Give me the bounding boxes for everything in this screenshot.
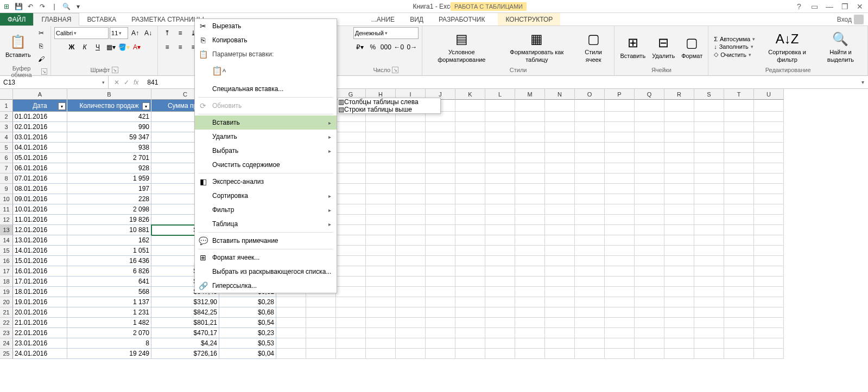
decrease-decimal-icon[interactable]: 0→	[406, 41, 418, 53]
cell[interactable]	[276, 349, 306, 359]
cell[interactable]	[605, 112, 635, 122]
cell[interactable]	[455, 235, 485, 246]
cell[interactable]	[664, 277, 694, 287]
cell[interactable]	[664, 349, 694, 359]
cell[interactable]	[336, 266, 366, 277]
cell[interactable]	[426, 215, 455, 225]
cell[interactable]	[694, 122, 724, 132]
cell[interactable]	[605, 246, 635, 256]
cell[interactable]	[635, 153, 664, 163]
insert-cells-button[interactable]: ⊞Вставить	[618, 33, 648, 61]
cell[interactable]	[694, 256, 724, 266]
filter-icon[interactable]: ▾	[142, 102, 150, 110]
expand-formula-icon[interactable]: ▾	[857, 76, 868, 88]
cell[interactable]: $4,24	[151, 338, 219, 349]
cell[interactable]: 03.01.2016	[13, 132, 67, 143]
cell[interactable]	[426, 256, 455, 266]
minimize-icon[interactable]: —	[825, 2, 834, 11]
cell[interactable]	[485, 204, 515, 215]
cell[interactable]	[635, 246, 664, 256]
cell[interactable]	[575, 100, 605, 112]
cell[interactable]	[366, 349, 396, 359]
cell[interactable]	[396, 143, 426, 153]
cell[interactable]	[455, 256, 485, 266]
cell[interactable]	[396, 338, 426, 349]
cell[interactable]	[545, 328, 575, 338]
tab-truncated[interactable]: ...АНИЕ	[364, 13, 402, 25]
cell[interactable]	[426, 132, 455, 143]
cell[interactable]: 16 436	[67, 256, 151, 266]
cell[interactable]: 16.01.2016	[13, 266, 67, 277]
cell[interactable]	[605, 132, 635, 143]
cell[interactable]	[754, 287, 784, 297]
ctx-format[interactable]: ⊞Формат ячеек...	[195, 250, 337, 265]
font-dlg-icon[interactable]: ↘	[112, 67, 118, 73]
cell[interactable]	[664, 112, 694, 122]
cell[interactable]	[754, 328, 784, 338]
qat-more-icon[interactable]: ▾	[74, 2, 83, 11]
cell[interactable]	[455, 318, 485, 328]
autosum-button[interactable]: ΣАвтосумма▾	[712, 36, 757, 42]
col-header-Q[interactable]: Q	[635, 89, 664, 100]
close-icon[interactable]: ✕	[855, 2, 865, 11]
align-left-icon[interactable]: ≡	[161, 41, 173, 53]
row-header[interactable]: 16	[0, 256, 13, 266]
cell[interactable]	[455, 143, 485, 153]
ctx-dropdown-list[interactable]: Выбрать из раскрывающегося списка...	[195, 265, 337, 279]
cell[interactable]	[485, 235, 515, 246]
cell[interactable]	[635, 112, 664, 122]
cell[interactable]	[545, 349, 575, 359]
row-header[interactable]: 13	[0, 225, 13, 235]
cell[interactable]: 19 249	[67, 349, 151, 359]
cell[interactable]	[754, 256, 784, 266]
italic-button[interactable]: К	[79, 41, 91, 53]
paste-button[interactable]: 📋 Вставить	[3, 32, 33, 60]
table-header[interactable]: Дата▾	[13, 100, 67, 112]
col-header-K[interactable]: K	[455, 89, 485, 100]
cell[interactable]	[366, 338, 396, 349]
tab-view[interactable]: ВИД	[402, 13, 431, 25]
cell[interactable]: 11.01.2016	[13, 215, 67, 225]
cell[interactable]	[664, 318, 694, 328]
cell[interactable]	[515, 143, 545, 153]
cell[interactable]	[306, 328, 336, 338]
cell[interactable]	[485, 132, 515, 143]
row-header[interactable]: 23	[0, 328, 13, 338]
cell[interactable]	[724, 163, 754, 173]
cell[interactable]: 2 701	[67, 153, 151, 163]
cell[interactable]	[664, 153, 694, 163]
cell[interactable]	[455, 246, 485, 256]
cell[interactable]	[485, 215, 515, 225]
cell[interactable]	[276, 307, 306, 318]
cell[interactable]	[694, 194, 724, 204]
cell[interactable]	[694, 246, 724, 256]
cell[interactable]	[515, 338, 545, 349]
increase-font-icon[interactable]: A↑	[129, 27, 141, 39]
col-header-T[interactable]: T	[724, 89, 754, 100]
cell[interactable]: 01.01.2016	[13, 112, 67, 122]
cell[interactable]	[664, 297, 694, 307]
preview-icon[interactable]: 🔍	[62, 2, 71, 11]
font-size-combo[interactable]: 11▾	[110, 27, 128, 39]
cell[interactable]	[635, 100, 664, 112]
cell[interactable]: 1 959	[67, 173, 151, 184]
cell[interactable]	[605, 173, 635, 184]
cell[interactable]	[635, 277, 664, 287]
cell[interactable]	[694, 204, 724, 215]
cell[interactable]	[545, 307, 575, 318]
cell[interactable]	[336, 204, 366, 215]
cell[interactable]	[366, 163, 396, 173]
cell[interactable]	[545, 287, 575, 297]
row-header[interactable]: 10	[0, 194, 13, 204]
increase-decimal-icon[interactable]: ←0	[393, 41, 405, 53]
cell[interactable]	[694, 307, 724, 318]
cell[interactable]	[336, 153, 366, 163]
cell[interactable]	[724, 215, 754, 225]
cell[interactable]	[396, 204, 426, 215]
cell[interactable]	[754, 349, 784, 359]
cell[interactable]	[366, 277, 396, 287]
cell[interactable]	[485, 256, 515, 266]
cell[interactable]: 59 347	[67, 132, 151, 143]
cell[interactable]	[396, 184, 426, 194]
cell[interactable]	[426, 266, 455, 277]
